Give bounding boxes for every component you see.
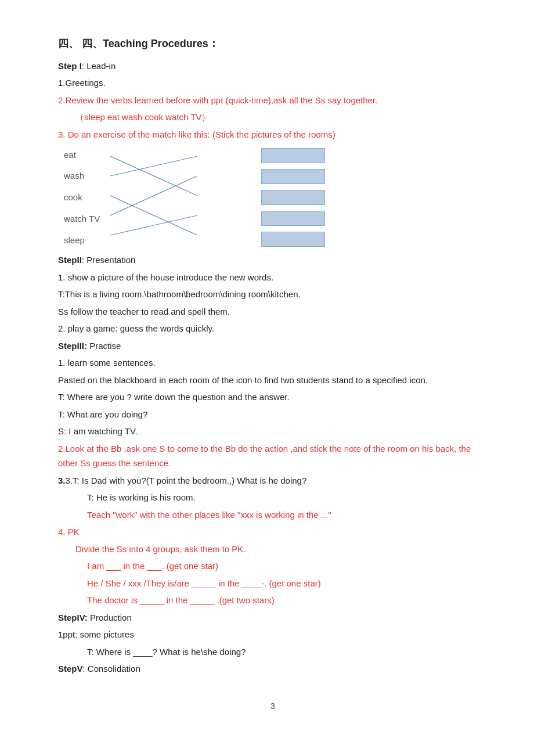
step2-t: T:This is a living room.\bathroom\bedroo…	[58, 287, 488, 302]
match-box-1	[261, 148, 325, 163]
step3-t1: T: Where are you ? write down the questi…	[58, 390, 488, 405]
step1-exercise: 3. Do an exercise of the match like this…	[58, 127, 488, 142]
match-label-sleep: sleep	[64, 233, 110, 247]
step1-header: Step I: Lead-in	[58, 59, 488, 74]
step3-2-text: 2.Look at the Bb ,ask one S to come to t…	[58, 444, 471, 469]
step1-verbs: （sleep eat wash cook watch TV）	[75, 110, 488, 125]
step3-t2: T: What are you doing?	[58, 407, 488, 422]
step2-1: 1. show a picture of the house introduce…	[58, 270, 488, 285]
step4-i: I am ___ in the ___. (get one star)	[87, 559, 488, 574]
step4-doctor: The doctor is _____ in the _____ .(get t…	[87, 593, 488, 608]
step1-label: Step I	[58, 61, 82, 71]
match-box-4	[261, 211, 325, 226]
match-labels: eat wash cook watch TV sleep	[64, 148, 110, 247]
svg-line-4	[110, 215, 197, 235]
svg-line-3	[110, 176, 197, 215]
step2-ss: Ss follow the teacher to read and spell …	[58, 304, 488, 319]
step3-3-num: 3.	[58, 476, 66, 485]
step2-header: StepII: Presentation	[58, 253, 488, 268]
title-text: 四、Teaching Procedures：	[82, 38, 219, 49]
step3-1: 1. learn some sentences.	[58, 355, 488, 370]
svg-line-1	[110, 156, 197, 176]
step3-2: 2.Look at the Bb ,ask one S to come to t…	[58, 441, 488, 471]
step5-header: StepIV: Production	[58, 610, 488, 625]
step4-header: 4. PK	[58, 524, 488, 539]
match-label-wash: wash	[64, 169, 110, 182]
step4-he: He / She / xxx /They is/are _____ in the…	[87, 576, 488, 591]
step6-header: StepV: Consolidation	[58, 661, 488, 676]
page-number: 3	[58, 700, 488, 714]
match-box-2	[261, 169, 325, 184]
step6-label: StepV	[58, 664, 83, 674]
step2-label: StepII	[58, 255, 82, 265]
step3-sub: Practise	[89, 341, 121, 351]
step2-colon: : Presentation	[82, 255, 136, 265]
step5-sub: Production	[90, 613, 132, 622]
match-label-eat: eat	[64, 148, 110, 161]
step3-3-text: 3.T: Is Dad with you?(T point the bedroo…	[66, 476, 307, 485]
svg-line-0	[110, 156, 197, 196]
step5-label: StepIV:	[58, 613, 88, 622]
step1-greetings: 1.Greetings.	[58, 75, 488, 91]
match-boxes	[261, 148, 325, 247]
step5-t: T: Where is ____? What is he\she doing?	[87, 645, 488, 660]
step3-3: 3.3.T: Is Dad with you?(T point the bedr…	[58, 473, 488, 488]
step1-review: 2.Review the verbs learned before with p…	[58, 93, 488, 108]
step3-pasted: Pasted on the blackboard in each room of…	[58, 373, 488, 388]
svg-line-2	[110, 196, 197, 235]
match-label-cook: cook	[64, 190, 110, 204]
step3-s: S: I am watching TV.	[58, 424, 488, 439]
step6-colon: : Consolidation	[83, 664, 140, 674]
step3-t3: T: He is working is his room.	[87, 490, 488, 505]
chinese-numeral: 四、	[58, 38, 79, 49]
match-lines-svg	[110, 146, 261, 248]
step2-2: 2. play a game: guess the words quickly.	[58, 321, 488, 336]
match-diagram: eat wash cook watch TV sleep	[64, 146, 488, 248]
section-title: 四、 四、Teaching Procedures：	[58, 35, 488, 53]
step4-divide: Divide the Ss into 4 groups, ask them to…	[75, 542, 488, 557]
match-box-5	[261, 232, 325, 247]
step3-label: StepIII:	[58, 341, 87, 351]
step1-colon: : Lead-in	[82, 61, 116, 71]
step5-1: 1ppt: some pictures	[58, 627, 488, 642]
match-label-watch: watch TV	[64, 212, 110, 225]
step3-teach: Teach "work" with the other places like …	[87, 507, 488, 523]
match-box-3	[261, 190, 325, 205]
step3-header: StepIII: Practise	[58, 339, 488, 354]
